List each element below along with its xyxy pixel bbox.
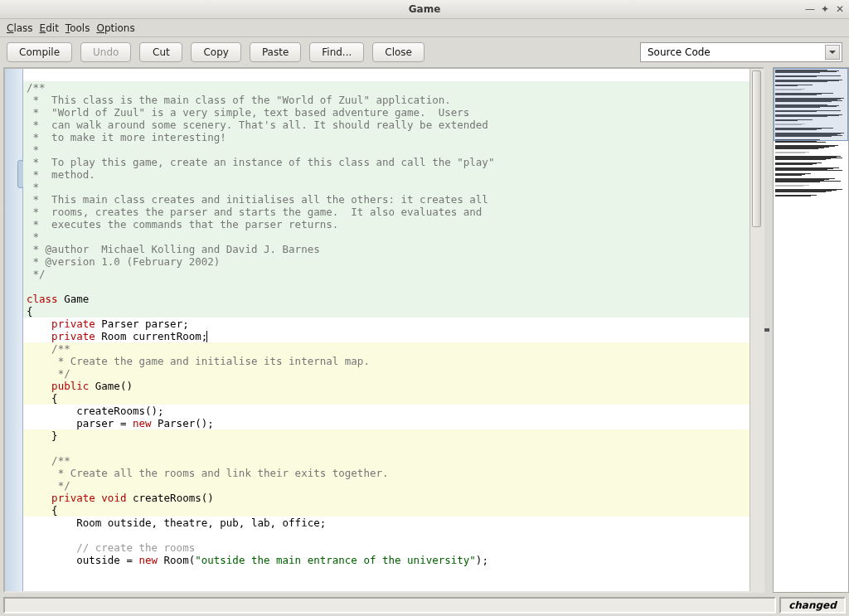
minimap-viewport[interactable]: [774, 68, 848, 141]
menu-class[interactable]: Class: [7, 22, 33, 34]
menubar: Class Edit Tools Options: [0, 19, 849, 37]
code-minimap[interactable]: [773, 67, 849, 593]
close-button[interactable]: Close: [372, 42, 424, 62]
status-modified-badge: changed: [779, 597, 846, 614]
scrollbar-thumb[interactable]: [752, 70, 761, 227]
close-window-icon[interactable]: ✕: [834, 3, 846, 15]
menu-options[interactable]: Options: [96, 22, 134, 34]
vertical-scrollbar[interactable]: [750, 69, 763, 591]
minimize-icon[interactable]: —: [804, 3, 816, 15]
editor-pane: /** * This class is the main class of th…: [3, 67, 764, 593]
breakpoint-gutter[interactable]: [5, 69, 23, 591]
paste-button[interactable]: Paste: [250, 42, 301, 62]
maximize-icon[interactable]: ✦: [819, 3, 831, 15]
source-editor[interactable]: /** * This class is the main class of th…: [23, 69, 750, 591]
text-cursor: [206, 331, 207, 342]
window-title: Game: [409, 3, 441, 15]
view-selector[interactable]: Source Code: [640, 42, 842, 62]
undo-button[interactable]: Undo: [80, 42, 131, 62]
window-titlebar: Game — ✦ ✕: [0, 0, 849, 19]
menu-tools[interactable]: Tools: [65, 22, 90, 34]
status-message-area: [3, 597, 776, 614]
toolbar: Compile Undo Cut Copy Paste Find... Clos…: [0, 37, 849, 67]
menu-edit[interactable]: Edit: [40, 22, 59, 34]
find-button[interactable]: Find...: [309, 42, 364, 62]
copy-button[interactable]: Copy: [191, 42, 240, 62]
chevron-down-icon: [825, 45, 840, 60]
view-selector-value: Source Code: [648, 46, 711, 58]
cut-button[interactable]: Cut: [139, 42, 182, 62]
compile-button[interactable]: Compile: [7, 42, 72, 62]
status-bar: changed: [0, 594, 849, 616]
